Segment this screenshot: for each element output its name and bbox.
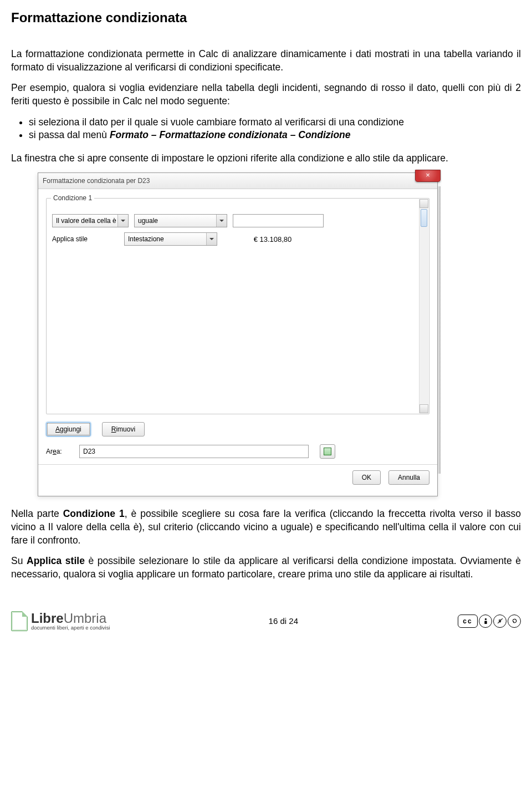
page-number: 16 di 24 (269, 616, 298, 626)
condition-group-label: Condizione 1 (51, 194, 94, 202)
paragraph-intro-1: La formattazione condizionata permette i… (11, 48, 521, 74)
apply-style-combo[interactable]: Intestazione (124, 232, 217, 246)
apply-style-label: Applica stile (52, 235, 119, 243)
apply-style-combo-text: Intestazione (128, 235, 164, 243)
svg-point-0 (484, 618, 486, 620)
chevron-down-icon (117, 215, 128, 227)
shrink-reference-button[interactable] (320, 444, 335, 459)
page-footer: LibreUmbria documenti liberi, aperti e c… (0, 600, 532, 637)
operator-combo-text: uguale (138, 217, 158, 225)
dialog-shadow (437, 186, 441, 474)
condition-groupbox: Condizione 1 Il valore della cella è ugu… (46, 198, 429, 414)
add-button[interactable]: Aggiungi (46, 422, 91, 436)
paragraph-apply-style-explain: Su Applica stile è possibile selezionare… (11, 555, 521, 581)
add-button-rest: ggiungi (60, 425, 81, 433)
logo-libre: Libre (31, 611, 64, 626)
p4a: Nella parte (11, 508, 63, 519)
dialog-titlebar: Formattazione condizionata per D23 (38, 173, 437, 189)
cell-value-is-combo[interactable]: Il valore della cella è (52, 214, 129, 227)
paragraph-dialog-intro: La finestra che si apre consente di impo… (11, 152, 521, 165)
style-preview: € 13.108,80 (223, 232, 323, 246)
area-input[interactable]: D23 (79, 445, 309, 458)
step-2: si passa dal menù Formato – Formattazion… (29, 129, 521, 142)
p5c: è possibile selezionare lo stile da appl… (11, 555, 521, 580)
cancel-button[interactable]: Annulla (388, 470, 429, 485)
conditional-formatting-dialog: Formattazione condizionata per D23 × Con… (38, 172, 438, 496)
dialog-title: Formattazione condizionata per D23 (43, 177, 150, 185)
comparison-value-input[interactable] (233, 214, 324, 227)
cell-value-is-combo-text: Il valore della cella è (56, 217, 116, 225)
scrollbar[interactable] (419, 199, 428, 413)
p5a: Su (11, 555, 27, 566)
paragraph-intro-2: Per esempio, qualora si voglia evidenzia… (11, 82, 521, 108)
chevron-down-icon (206, 233, 217, 245)
scrollbar-thumb[interactable] (421, 209, 427, 227)
noncommercial-icon: $ (493, 615, 507, 628)
libreumbria-logo: LibreUmbria documenti liberi, aperti e c… (11, 611, 110, 631)
p4b: Condizione 1 (63, 508, 125, 519)
step-1: si seleziona il dato per il quale si vuo… (29, 116, 521, 129)
step-2-menu-path: Formato – Formattazione condizionata – C… (110, 129, 351, 140)
steps-list: si seleziona il dato per il quale si vuo… (29, 116, 521, 142)
attribution-icon (479, 615, 492, 628)
paragraph-condition1-explain: Nella parte Condizione 1, è possibile sc… (11, 507, 521, 547)
ok-button[interactable]: OK (352, 470, 381, 485)
page-title: Formattazione condizionata (11, 10, 521, 26)
cc-license-icons: cc $ (457, 615, 521, 628)
logo-umbria: Umbria (64, 611, 106, 626)
area-label: Area: (46, 448, 68, 455)
chevron-down-icon (216, 215, 227, 227)
remove-button[interactable]: Rimuovi (102, 422, 145, 436)
operator-combo[interactable]: uguale (134, 214, 227, 227)
remove-button-rest: imuovi (116, 425, 135, 433)
p5b: Applica stile (27, 555, 85, 566)
logo-tagline: documenti liberi, aperti e condivisi (31, 625, 110, 631)
step-2-text: si passa dal menù (29, 129, 110, 140)
cc-icon: cc (458, 615, 478, 628)
document-icon (11, 611, 28, 631)
close-button[interactable]: × (415, 170, 441, 182)
sharealike-icon (508, 615, 521, 628)
